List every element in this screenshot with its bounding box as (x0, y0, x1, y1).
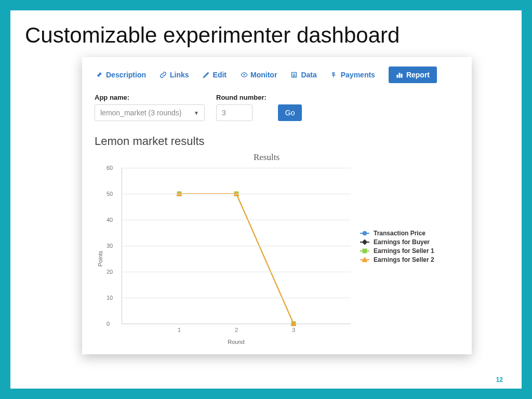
y-tick: 40 (107, 217, 113, 223)
dashboard-panel: Description Links Edit Monitor Data (82, 57, 472, 354)
list-icon (290, 71, 298, 78)
chart-legend: Transaction PriceEarnings for BuyerEarni… (360, 228, 434, 265)
legend-swatch-icon (360, 230, 369, 236)
chart-area: Points 0102030405060123 Round (92, 166, 351, 345)
x-tick: 1 (178, 327, 181, 333)
tab-data[interactable]: Data (290, 71, 316, 79)
y-axis-label: Points (97, 250, 103, 267)
svg-rect-16 (363, 249, 367, 253)
filter-row: App name: lemon_market (3 rounds) ▼ Roun… (92, 94, 461, 121)
pin-icon (96, 71, 103, 78)
go-button[interactable]: Go (278, 104, 302, 121)
legend-label: Earnings for Seller 2 (374, 256, 434, 263)
link-icon (159, 71, 167, 78)
pencil-icon (203, 71, 210, 78)
y-tick: 60 (107, 165, 113, 171)
legend-item[interactable]: Earnings for Seller 2 (360, 256, 434, 263)
chart-plot: 0102030405060123 (122, 168, 351, 324)
legend-item[interactable]: Earnings for Seller 1 (360, 247, 434, 255)
app-name-field: App name: lemon_market (3 rounds) ▼ (95, 94, 205, 121)
legend-item[interactable]: Earnings for Buyer (360, 238, 434, 246)
tab-payments[interactable]: Payments (330, 71, 375, 79)
round-number-input[interactable] (216, 104, 252, 121)
app-name-value: lemon_market (3 rounds) (100, 109, 181, 117)
round-number-field: Round number: (216, 94, 267, 121)
legend-item[interactable]: Transaction Price (360, 230, 434, 237)
tab-label: Monitor (250, 71, 277, 79)
eye-icon (240, 71, 247, 78)
slide: Customizable experimenter dashboard Desc… (10, 10, 522, 389)
app-name-label: App name: (95, 94, 205, 101)
chart-title: Results (72, 152, 461, 163)
svg-rect-2 (397, 75, 398, 77)
legend-label: Earnings for Buyer (374, 238, 430, 246)
svg-rect-3 (399, 73, 400, 78)
tab-label: Payments (341, 71, 375, 79)
svg-marker-14 (362, 240, 367, 245)
tab-label: Links (170, 71, 189, 79)
y-tick: 20 (107, 269, 113, 275)
tab-report[interactable]: Report (389, 66, 437, 83)
legend-label: Transaction Price (374, 230, 425, 237)
y-tick: 0 (107, 321, 110, 327)
legend-label: Earnings for Seller 1 (374, 247, 434, 255)
x-tick: 2 (235, 327, 238, 333)
chart-wrap: Points 0102030405060123 Round Transactio… (92, 166, 461, 345)
tab-label: Report (406, 71, 430, 79)
y-tick: 50 (107, 191, 113, 197)
slide-title: Customizable experimenter dashboard (25, 23, 507, 48)
tab-description[interactable]: Description (96, 71, 146, 79)
round-number-label: Round number: (216, 94, 267, 101)
x-axis-label: Round (122, 339, 351, 345)
tab-monitor[interactable]: Monitor (240, 71, 277, 79)
page-number: 12 (496, 376, 503, 383)
results-heading: Lemon market results (95, 135, 461, 148)
chevron-down-icon: ▼ (194, 110, 199, 116)
tab-edit[interactable]: Edit (203, 71, 227, 79)
bar-chart-icon (396, 71, 403, 78)
tab-links[interactable]: Links (159, 71, 189, 79)
legend-swatch-icon (360, 257, 369, 263)
svg-rect-4 (401, 74, 402, 77)
y-tick: 10 (107, 295, 113, 301)
svg-point-0 (244, 74, 245, 76)
slide-frame: Customizable experimenter dashboard Desc… (0, 0, 532, 399)
dollar-icon (330, 71, 338, 78)
legend-swatch-icon (360, 239, 369, 245)
tab-bar: Description Links Edit Monitor Data (92, 63, 461, 94)
tab-label: Edit (213, 71, 227, 79)
y-tick: 30 (107, 243, 113, 249)
tab-label: Data (301, 71, 316, 79)
x-tick: 3 (292, 327, 295, 333)
svg-point-12 (363, 231, 367, 235)
legend-swatch-icon (360, 248, 369, 254)
tab-label: Description (106, 71, 146, 79)
app-name-select[interactable]: lemon_market (3 rounds) ▼ (95, 104, 205, 121)
